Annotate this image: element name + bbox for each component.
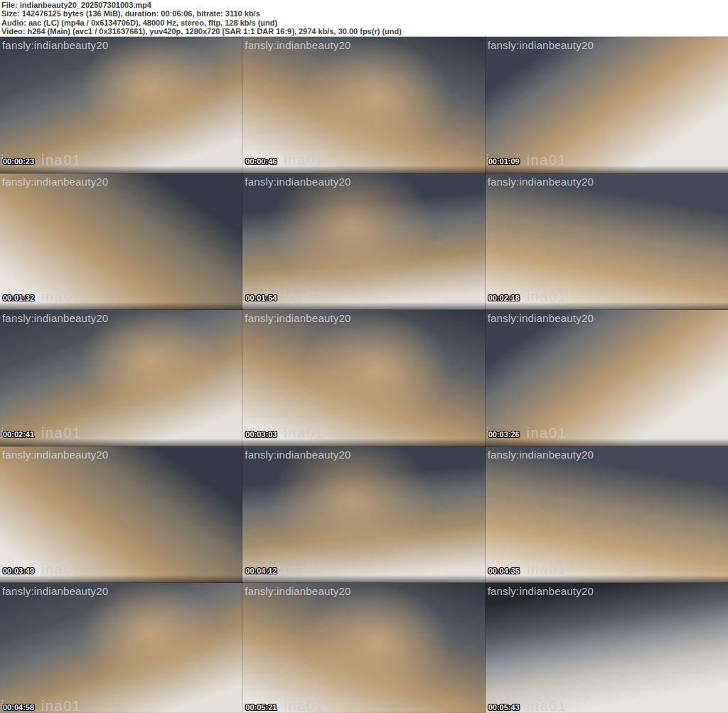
file-name-line: File: indianbeauty20_202507301003.mp4 (1, 1, 728, 9)
fansly-watermark: fansly:indianbeauty20 (2, 39, 108, 51)
thumbnail-image (0, 37, 242, 173)
video-watermark-right: ina01 (284, 698, 323, 713)
thumbnail-tile: fansly:indianbeauty20 i ina01 00:02:18 (486, 173, 728, 310)
timestamp-overlay: 00:03:03 (245, 430, 277, 439)
thumbnail-tile: fansly:indianbeauty20 i ina01 00:04:12 (242, 446, 485, 583)
thumbnail-tile: fansly:indianbeauty20 i ina01 00:01:09 (486, 37, 728, 173)
timestamp-overlay: 00:00:23 (3, 157, 34, 166)
timestamp-overlay: 00:02:18 (488, 294, 520, 302)
thumbnail-image (486, 37, 728, 173)
timestamp-overlay: 00:01:32 (3, 294, 34, 302)
video-watermark-right: ina01 (41, 698, 81, 713)
file-size-line: Size: 142476125 bytes (136 MiB), duratio… (1, 9, 728, 18)
thumbnail-image (0, 173, 242, 310)
video-watermark-right: ina01 (527, 562, 567, 578)
thumbnail-image (486, 583, 728, 713)
thumbnail-tile: fansly:indianbeauty20 i ina01 00:04:35 (486, 446, 728, 583)
fansly-watermark: fansly:indianbeauty20 (2, 176, 108, 188)
thumbnail-tile: fansly:indianbeauty20 i ina01 00:05:43 (486, 583, 728, 713)
timestamp-overlay: 00:03:49 (3, 567, 34, 575)
thumbnail-tile: fansly:indianbeauty20 i ina01 00:00:23 (0, 37, 242, 173)
contact-sheet: File: indianbeauty20_202507301003.mp4 Si… (0, 0, 728, 713)
thumbnail-image (0, 446, 242, 583)
timestamp-overlay: 00:05:21 (245, 703, 277, 712)
fansly-watermark: fansly:indianbeauty20 (488, 449, 594, 461)
thumbnail-tile: fansly:indianbeauty20 i ina01 00:01:32 (0, 173, 242, 310)
video-watermark-right: ina01 (41, 289, 81, 305)
thumbnail-tile: fansly:indianbeauty20 i ina01 00:01:54 (242, 173, 485, 310)
fansly-watermark: fansly:indianbeauty20 (245, 585, 350, 597)
fansly-watermark: fansly:indianbeauty20 (2, 585, 108, 597)
file-info-header: File: indianbeauty20_202507301003.mp4 Si… (0, 0, 728, 37)
fansly-watermark: fansly:indianbeauty20 (488, 39, 594, 51)
timestamp-overlay: 00:02:41 (3, 430, 34, 439)
thumbnail-image (0, 310, 242, 446)
thumbnail-tile: fansly:indianbeauty20 i ina01 00:04:58 (0, 583, 242, 713)
video-watermark-right: ina01 (284, 152, 323, 168)
thumbnail-image (242, 173, 485, 310)
thumbnail-image (242, 37, 485, 173)
video-watermark-right: ina01 (527, 289, 567, 305)
video-watermark-right: ina01 (527, 698, 567, 713)
video-info-line: Video: h264 (Main) (avc1 / 0x31637661), … (1, 27, 728, 36)
timestamp-overlay: 00:03:26 (488, 430, 520, 439)
fansly-watermark: fansly:indianbeauty20 (245, 39, 350, 51)
thumbnail-image (486, 446, 728, 583)
video-watermark-right: ina01 (284, 562, 323, 578)
video-watermark-right: ina01 (284, 425, 323, 441)
thumbnail-image (242, 446, 485, 583)
thumbnail-tile: fansly:indianbeauty20 i ina01 00:00:46 (242, 37, 485, 173)
timestamp-overlay: 00:01:09 (488, 157, 520, 166)
video-watermark-right: ina01 (284, 289, 323, 305)
thumbnail-tile: fansly:indianbeauty20 i ina01 00:03:26 (486, 310, 728, 446)
video-watermark-right: ina01 (527, 152, 567, 168)
thumbnail-tile: fansly:indianbeauty20 i ina01 00:05:21 (242, 583, 485, 713)
timestamp-overlay: 00:04:35 (488, 567, 520, 575)
fansly-watermark: fansly:indianbeauty20 (488, 312, 594, 324)
video-watermark-right: ina01 (41, 562, 81, 578)
timestamp-overlay: 00:00:46 (245, 157, 277, 166)
thumbnail-tile: fansly:indianbeauty20 i ina01 00:02:41 (0, 310, 242, 446)
thumbnail-grid: fansly:indianbeauty20 i ina01 00:00:23 f… (0, 37, 728, 713)
video-watermark-right: ina01 (527, 425, 567, 441)
thumbnail-image (486, 310, 728, 446)
video-watermark-right: ina01 (41, 425, 81, 441)
fansly-watermark: fansly:indianbeauty20 (245, 449, 350, 461)
thumbnail-image (242, 583, 485, 713)
fansly-watermark: fansly:indianbeauty20 (488, 176, 594, 188)
timestamp-overlay: 00:01:54 (245, 294, 277, 302)
audio-info-line: Audio: aac (LC) (mp4a / 0x6134706D), 480… (1, 18, 728, 27)
thumbnail-tile: fansly:indianbeauty20 i ina01 00:03:03 (242, 310, 485, 446)
fansly-watermark: fansly:indianbeauty20 (2, 312, 108, 324)
fansly-watermark: fansly:indianbeauty20 (245, 312, 350, 324)
video-watermark-right: ina01 (41, 152, 81, 168)
timestamp-overlay: 00:04:58 (3, 703, 34, 712)
thumbnail-image (486, 173, 728, 310)
timestamp-overlay: 00:05:43 (488, 703, 520, 712)
thumbnail-tile: fansly:indianbeauty20 i ina01 00:03:49 (0, 446, 242, 583)
thumbnail-image (242, 310, 485, 446)
thumbnail-image (0, 583, 242, 713)
fansly-watermark: fansly:indianbeauty20 (488, 585, 594, 597)
fansly-watermark: fansly:indianbeauty20 (2, 449, 108, 461)
fansly-watermark: fansly:indianbeauty20 (245, 176, 350, 188)
timestamp-overlay: 00:04:12 (245, 567, 277, 575)
